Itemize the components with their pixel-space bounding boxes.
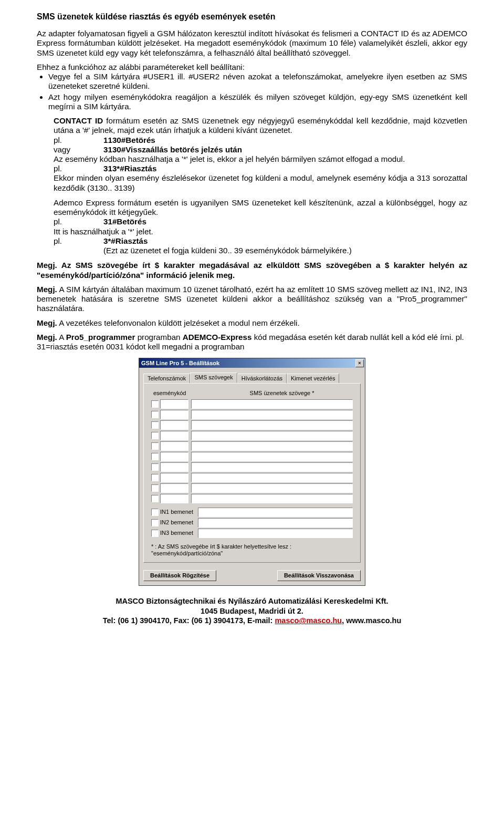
example-2: vagy 3130#Visszaállás betörés jelzés utá… bbox=[54, 145, 467, 154]
footer-line-2: 1045 Budapest, Madridi út 2. bbox=[37, 606, 467, 616]
note-4-e: ADEMCO-Express bbox=[183, 333, 252, 342]
event-row bbox=[151, 420, 353, 430]
example-5-pl: pl. bbox=[54, 236, 103, 246]
column-headers: eseménykód SMS üzenetek szövege * bbox=[151, 390, 353, 397]
event-row bbox=[151, 431, 353, 440]
note-2-text: A SIM kártyán általában maximum 10 üzene… bbox=[37, 285, 467, 313]
sms-text-input[interactable] bbox=[191, 420, 353, 430]
example-1-val: 1130#Betörés bbox=[103, 136, 155, 145]
example-5-val: 3*#Riasztás bbox=[103, 236, 148, 246]
footer-email[interactable]: masco@masco.hu bbox=[275, 616, 342, 625]
code-input[interactable] bbox=[160, 420, 188, 430]
code-input[interactable] bbox=[160, 473, 188, 482]
event-row bbox=[151, 441, 353, 451]
sms-text-input[interactable] bbox=[191, 494, 353, 503]
checkbox[interactable] bbox=[151, 495, 159, 502]
event-row bbox=[151, 473, 353, 482]
sms-text-input[interactable] bbox=[191, 473, 353, 482]
checkbox[interactable] bbox=[151, 432, 159, 439]
checkbox[interactable] bbox=[151, 474, 159, 481]
event-row bbox=[151, 452, 353, 461]
sms-text-input[interactable] bbox=[191, 452, 353, 461]
sms-text-input[interactable] bbox=[191, 483, 353, 493]
sms-text-input[interactable] bbox=[191, 431, 353, 440]
note-1-label: Megj. bbox=[37, 261, 57, 270]
tab-call-limit[interactable]: Híváskorlátozás bbox=[237, 374, 287, 383]
sms-text-input[interactable] bbox=[191, 399, 353, 409]
in2-row: IN2 bemenet bbox=[151, 518, 353, 528]
param-list: Vegye fel a SIM kártyára #USER1 ill. #US… bbox=[37, 72, 467, 111]
in2-label: IN2 bemenet bbox=[160, 519, 198, 526]
bullet-1: Vegye fel a SIM kártyára #USER1 ill. #US… bbox=[48, 72, 467, 91]
in1-label: IN1 bemenet bbox=[160, 509, 198, 515]
settings-dialog: GSM Line Pro 5 - Beállítások × Telefonsz… bbox=[139, 358, 365, 586]
dialog-screenshot: GSM Line Pro 5 - Beállítások × Telefonsz… bbox=[37, 358, 467, 586]
dialog-title: GSM Line Pro 5 - Beállítások bbox=[141, 360, 219, 367]
checkbox[interactable] bbox=[151, 463, 159, 471]
in1-text-input[interactable] bbox=[198, 508, 353, 517]
note-2-label: Megj. bbox=[37, 285, 57, 294]
checkbox[interactable] bbox=[151, 453, 159, 460]
note-3: Megj. A vezetékes telefonvonalon küldött… bbox=[37, 318, 467, 328]
sms-text-input[interactable] bbox=[191, 410, 353, 419]
bullet-2: Azt hogy milyen eseménykódokra reagáljon… bbox=[48, 92, 467, 111]
wildcard-after: Ekkor minden olyan esemény észlelésekor … bbox=[54, 173, 467, 192]
checkbox[interactable] bbox=[151, 442, 159, 450]
tab-sms-texts[interactable]: SMS szövegek bbox=[190, 373, 237, 383]
cancel-button[interactable]: Beállítások Visszavonása bbox=[277, 570, 361, 581]
checkbox[interactable] bbox=[151, 509, 159, 516]
tab-phone-numbers[interactable]: Telefonszámok bbox=[143, 374, 190, 383]
example-2-val: 3130#Visszaállás betörés jelzés után bbox=[103, 145, 242, 154]
note-2: Megj. A SIM kártyán általában maximum 10… bbox=[37, 285, 467, 314]
wildcard-paragraph: Az esemény kódban használhatja a '*' jel… bbox=[54, 154, 467, 164]
in3-label: IN3 bemenet bbox=[160, 530, 198, 536]
tab-output-control[interactable]: Kimenet vezérlés bbox=[287, 374, 339, 383]
example-5-sub: (Ezt az üzenetet el fogja küldeni 30.. 3… bbox=[54, 246, 467, 255]
footer-line-3: Tel: (06 1) 3904170, Fax: (06 1) 3904173… bbox=[37, 616, 467, 626]
checkbox[interactable] bbox=[151, 411, 159, 418]
code-input[interactable] bbox=[160, 431, 188, 440]
footer-line-1: MASCO Biztonságtechnikai és Nyílászáró A… bbox=[37, 596, 467, 606]
code-input[interactable] bbox=[160, 410, 188, 419]
checkbox[interactable] bbox=[151, 519, 159, 526]
checkbox[interactable] bbox=[151, 400, 159, 408]
page-title: SMS üzenetek küldése riasztás és egyéb e… bbox=[37, 12, 467, 22]
footer-tel-fax: Tel: (06 1) 3904170, Fax: (06 1) 3904173… bbox=[103, 616, 275, 625]
save-button[interactable]: Beállítások Rögzítése bbox=[143, 570, 216, 581]
note-4-d: programban bbox=[135, 333, 182, 342]
sms-text-input[interactable] bbox=[191, 441, 353, 451]
example-4-val: 31#Betörés bbox=[103, 217, 146, 226]
intro-paragraph-1: Az adapter folyamatosan figyeli a GSM há… bbox=[37, 29, 467, 58]
contactid-label: CONTACT ID bbox=[54, 116, 103, 125]
checkbox[interactable] bbox=[151, 530, 159, 537]
note-4-label: Megj. bbox=[37, 333, 57, 342]
code-input[interactable] bbox=[160, 441, 188, 451]
code-input[interactable] bbox=[160, 452, 188, 461]
dialog-footnote: * : Az SMS szövegébe írt $ karakter hely… bbox=[151, 543, 353, 557]
tab-panel-sms: eseménykód SMS üzenetek szövege * IN1 be… bbox=[143, 383, 361, 563]
checkbox[interactable] bbox=[151, 484, 159, 492]
note-3-label: Megj. bbox=[37, 318, 57, 327]
intro-paragraph-2: Ehhez a funkcióhoz az alábbi paraméterek… bbox=[37, 63, 467, 72]
page-footer: MASCO Biztonságtechnikai és Nyílászáró A… bbox=[37, 596, 467, 626]
footer-web: , www.masco.hu bbox=[342, 616, 401, 625]
example-4: pl. 31#Betörés bbox=[54, 217, 467, 226]
event-row bbox=[151, 399, 353, 409]
code-input[interactable] bbox=[160, 462, 188, 472]
in3-row: IN3 bemenet bbox=[151, 529, 353, 538]
ademco-star: Itt is használhatjuk a '*' jelet. bbox=[54, 227, 467, 236]
event-row bbox=[151, 483, 353, 493]
code-input[interactable] bbox=[160, 483, 188, 493]
code-input[interactable] bbox=[160, 399, 188, 409]
sms-text-input[interactable] bbox=[191, 462, 353, 472]
in2-text-input[interactable] bbox=[198, 518, 353, 528]
contactid-block: CONTACT ID formátum esetén az SMS üzenet… bbox=[54, 116, 467, 193]
dialog-titlebar: GSM Line Pro 5 - Beállítások × bbox=[139, 358, 365, 368]
close-icon[interactable]: × bbox=[355, 359, 364, 367]
event-row bbox=[151, 494, 353, 503]
note-3-text: A vezetékes telefonvonalon küldött jelzé… bbox=[57, 318, 300, 327]
checkbox[interactable] bbox=[151, 421, 159, 429]
code-input[interactable] bbox=[160, 494, 188, 503]
in3-text-input[interactable] bbox=[198, 529, 353, 538]
note-4: Megj. A Pro5_programmer programban ADEMC… bbox=[37, 333, 467, 352]
